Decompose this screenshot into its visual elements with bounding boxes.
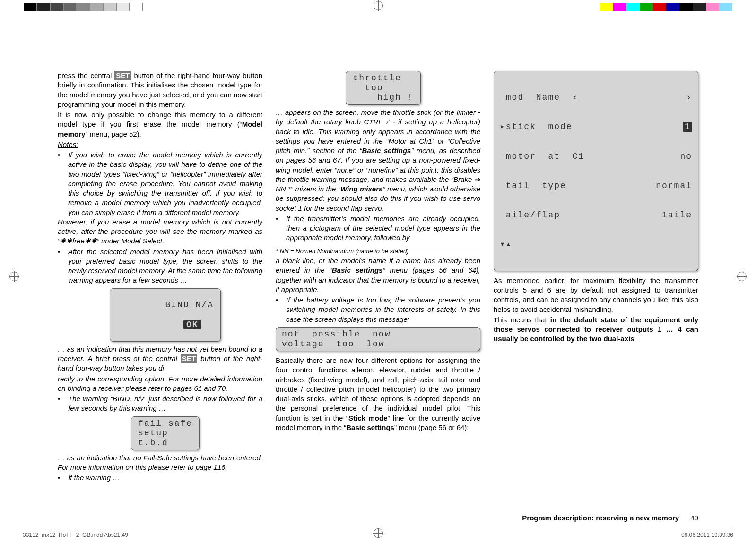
color-swatch-strip xyxy=(600,3,732,11)
notes-heading: Notes: xyxy=(58,140,262,149)
page-footer: Program description: reserving a new mem… xyxy=(522,513,698,523)
paragraph: This means that in the default state of … xyxy=(494,315,698,344)
manual-page: press the central SET button of the righ… xyxy=(0,0,756,552)
lcd-throttle-high: throttle too high ! xyxy=(286,71,480,105)
note-bullet-2-cont: … as an indication that this memory has … xyxy=(58,345,262,373)
note-bullet-4-cont: … appears on the screen, move the thrott… xyxy=(276,108,480,213)
paragraph: Basically there are now four different o… xyxy=(276,356,480,432)
note-bullet-3-cont: … as an indication that no Fail-Safe set… xyxy=(58,453,262,473)
page-number: 49 xyxy=(690,514,698,522)
gray-swatch-strip xyxy=(24,3,143,11)
section-title: Program description: reserving a new mem… xyxy=(522,514,679,522)
lcd-stick-mode-menu: mod Name ‹› ▸stick mode1 motor at C1no t… xyxy=(494,71,698,271)
note-bullet-3: • The warning “BIND. n/v” just described… xyxy=(58,394,262,414)
lcd-voltage-low: not possible now voltage too low xyxy=(276,327,480,351)
footnote-rule xyxy=(276,246,480,246)
registration-mark-icon xyxy=(374,1,383,10)
note-bullet-5-cont: a blank line, or the model’s name if a n… xyxy=(276,256,480,294)
note-bullet-5: • If the transmitter’s model memories ar… xyxy=(276,214,480,243)
note-bullet-2-cont2: rectly to the corresponding option. For … xyxy=(58,374,262,394)
paragraph: press the central SET button of the righ… xyxy=(58,71,262,109)
scroll-arrows-icon: ▾▴ xyxy=(500,240,692,250)
registration-mark-icon xyxy=(737,272,747,281)
imprint-timestamp: 06.06.2011 19:39:36 xyxy=(681,531,733,539)
paragraph: As mentioned earlier, for maximum flexib… xyxy=(494,276,698,314)
lcd-failsafe: fail safe setup t.b.d xyxy=(68,416,262,450)
lcd-bind-na: BIND N/A OK xyxy=(68,288,262,342)
footnote: * NN = Nomen Nominandum (name to be stat… xyxy=(276,247,480,256)
imprint-bar: 33112_mx12_HoTT_2_GB.indd Abs21:49 06.06… xyxy=(23,529,733,539)
set-button-label: SET xyxy=(114,71,131,80)
lcd-ok-badge: OK xyxy=(183,320,201,330)
body-text-columns: press the central SET button of the righ… xyxy=(58,71,698,502)
note-bullet-4: • If the warning … xyxy=(58,473,262,483)
imprint-file: 33112_mx12_HoTT_2_GB.indd Abs21:49 xyxy=(23,531,128,539)
note-bullet-2: • After the selected model memory has be… xyxy=(58,247,262,285)
note-bullet-1-cont: However, if you erase a model memory whi… xyxy=(58,217,262,246)
note-bullet-1: • If you wish to erase the model memory … xyxy=(58,150,262,217)
paragraph: It is now only possible to change this m… xyxy=(58,110,262,139)
set-button-label: SET xyxy=(181,354,197,363)
note-bullet-6: • If the battery voltage is too low, the… xyxy=(276,295,480,324)
registration-mark-icon xyxy=(9,272,19,281)
